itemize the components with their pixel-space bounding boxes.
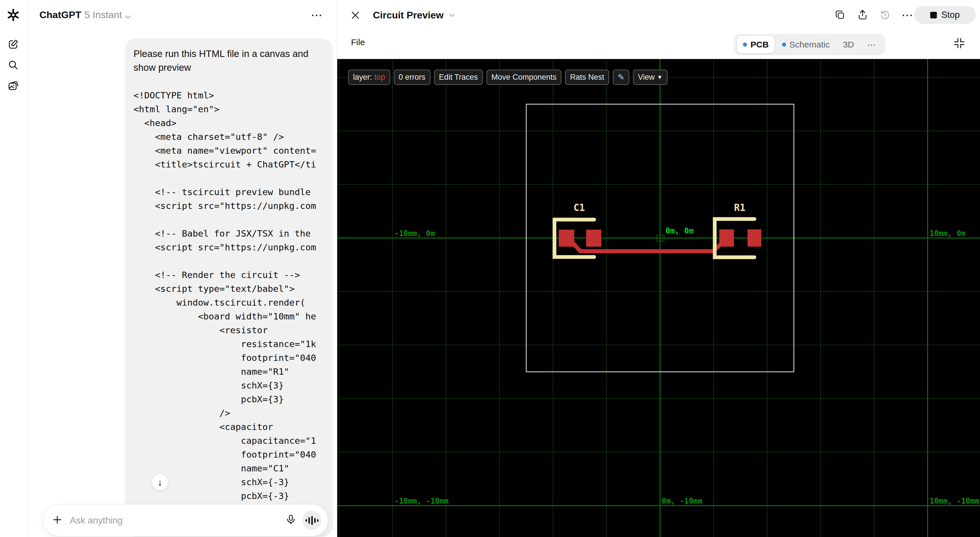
- more-options-icon: ⋯: [311, 8, 323, 22]
- pasted-code-block: <!DOCTYPE html> <html lang="en"> <head> …: [134, 88, 323, 516]
- tab-schematic-label: Schematic: [789, 40, 830, 49]
- chat-more-options-button[interactable]: ⋯: [309, 9, 324, 21]
- file-menu[interactable]: File: [351, 37, 365, 47]
- pad: [719, 229, 734, 247]
- canvas-more-options-button[interactable]: ⋯: [901, 9, 914, 21]
- grid-coordinate-label: 10mm, -10mm: [930, 497, 979, 505]
- user-message-line2: show preview: [134, 61, 322, 75]
- edit-traces-button[interactable]: Edit Traces: [434, 70, 483, 85]
- scroll-to-bottom-button[interactable]: ↓: [152, 474, 168, 491]
- model-selector[interactable]: ChatGPT 5 Instant: [40, 9, 131, 21]
- copy-icon: [835, 10, 846, 21]
- edit-traces-label: Edit Traces: [439, 73, 478, 82]
- component-ref-label: C1: [573, 202, 585, 213]
- microphone-icon: [285, 514, 297, 527]
- attach-button[interactable]: [51, 514, 64, 527]
- grid-lines: [337, 59, 980, 537]
- voice-mode-button[interactable]: [302, 511, 321, 530]
- tab-3d-label: 3D: [843, 40, 854, 49]
- pad: [559, 229, 574, 247]
- pad: [748, 229, 761, 247]
- pcb-toolbar: layer: top 0 errors Edit Traces Move Com…: [348, 70, 668, 85]
- compose-icon: [8, 39, 19, 51]
- library-images-icon: [8, 80, 19, 92]
- arrow-down-icon: ↓: [158, 477, 162, 488]
- close-canvas-button[interactable]: [350, 10, 361, 21]
- pcb-canvas[interactable]: C1 R1 0m, 0m -10mm, 0m10mm, 0m-10mm, -10…: [337, 59, 980, 537]
- canvas-panel: Circuit Preview: [337, 0, 980, 537]
- move-components-label: Move Components: [492, 73, 557, 82]
- more-options-icon: ⋯: [902, 8, 913, 22]
- collapse-icon: [953, 37, 965, 49]
- tab-3d[interactable]: 3D: [837, 36, 860, 53]
- canvas-subheader: File PCB Schematic 3D ⋯: [337, 30, 980, 59]
- errors-button[interactable]: 0 errors: [394, 70, 430, 85]
- tab-schematic[interactable]: Schematic: [776, 36, 835, 53]
- move-components-button[interactable]: Move Components: [487, 70, 562, 85]
- layer-value: top: [374, 73, 385, 82]
- chevron-down-icon: [449, 13, 455, 17]
- errors-label: 0 errors: [399, 73, 426, 82]
- origin-coordinate-label: 0m, 0m: [665, 226, 694, 235]
- grid-coordinate-label: 10mm, 0m: [930, 229, 966, 238]
- share-upload-icon: [857, 10, 868, 21]
- message-input[interactable]: Ask anything: [70, 515, 285, 526]
- new-chat-button[interactable]: [7, 38, 19, 51]
- history-button[interactable]: [879, 9, 891, 21]
- search-icon: [8, 60, 19, 72]
- library-button[interactable]: [7, 80, 19, 92]
- draw-trace-button[interactable]: ✎: [613, 70, 629, 85]
- canvas-title: Circuit Preview: [373, 10, 444, 21]
- search-button[interactable]: [7, 59, 19, 72]
- view-mode-tabs: PCB Schematic 3D ⋯: [734, 34, 885, 55]
- view-label: View: [638, 73, 655, 82]
- copy-button[interactable]: [834, 9, 846, 21]
- user-message-line1: Please run this HTML file in a canvas an…: [134, 47, 322, 61]
- layer-label: layer:: [353, 73, 372, 82]
- waveform-icon: [305, 516, 318, 525]
- component-ref-label: R1: [734, 202, 746, 213]
- schematic-status-dot: [782, 43, 786, 46]
- dictate-button[interactable]: [285, 514, 297, 527]
- canvas-title-dropdown[interactable]: Circuit Preview: [373, 10, 455, 21]
- openai-logo-icon: [6, 8, 20, 22]
- grid-coordinate-label: 0m, -10mm: [662, 497, 702, 505]
- plus-icon: [52, 514, 63, 526]
- canvas-header: Circuit Preview: [337, 0, 980, 30]
- user-message-bubble: Please run this HTML file in a canvas an…: [125, 38, 333, 537]
- rats-nest-label: Rats Nest: [570, 73, 604, 82]
- tab-pcb-label: PCB: [750, 40, 768, 49]
- layer-button[interactable]: layer: top: [348, 70, 390, 85]
- view-dropdown-button[interactable]: View ▼: [633, 70, 668, 85]
- stop-button[interactable]: Stop: [914, 6, 976, 24]
- collapse-view-button[interactable]: [952, 36, 966, 50]
- share-button[interactable]: [856, 9, 869, 21]
- pcb-status-dot: [743, 43, 747, 46]
- grid-coordinate-label: -10mm, 0m: [395, 229, 435, 238]
- chevron-down-icon: [125, 10, 131, 21]
- grid-coordinate-labels: -10mm, 0m10mm, 0m-10mm, -10mm0m, -10mm10…: [395, 229, 979, 505]
- sidebar: [0, 0, 28, 537]
- pad: [586, 229, 601, 247]
- tab-more-button[interactable]: ⋯: [861, 36, 881, 53]
- app-window: ChatGPT 5 Instant ⋯ Please run this HTML…: [0, 0, 980, 537]
- app-title: ChatGPT: [40, 9, 81, 21]
- chat-header: ChatGPT 5 Instant ⋯: [28, 0, 337, 29]
- model-name: 5 Instant: [84, 9, 122, 21]
- history-icon: [880, 10, 891, 21]
- tab-pcb[interactable]: PCB: [737, 36, 774, 53]
- more-options-icon: ⋯: [867, 40, 876, 50]
- stop-square-icon: [930, 12, 937, 18]
- close-icon: [350, 10, 360, 20]
- rats-nest-button[interactable]: Rats Nest: [565, 70, 609, 85]
- caret-down-icon: ▼: [657, 74, 663, 81]
- stop-label: Stop: [942, 10, 960, 20]
- pencil-icon: ✎: [618, 72, 624, 82]
- pcb-scene: C1 R1 0m, 0m -10mm, 0m10mm, 0m-10mm, -10…: [337, 59, 980, 537]
- chat-composer[interactable]: Ask anything: [43, 504, 328, 536]
- grid-coordinate-label: -10mm, -10mm: [395, 497, 449, 505]
- component-R1[interactable]: R1: [715, 202, 761, 257]
